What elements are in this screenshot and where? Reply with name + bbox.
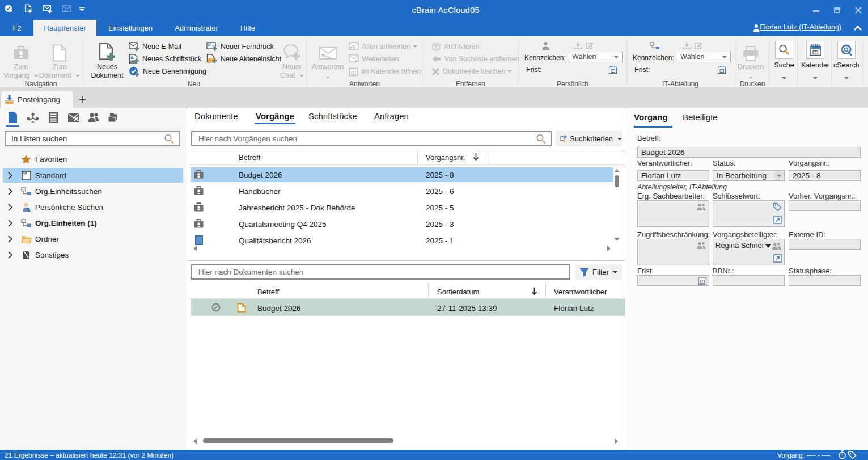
svg-text:7: 7 bbox=[353, 71, 354, 75]
svg-text:7: 7 bbox=[612, 69, 613, 73]
svg-text:7: 7 bbox=[814, 50, 816, 54]
svg-text:7: 7 bbox=[701, 280, 703, 284]
svg-text:7: 7 bbox=[721, 69, 722, 73]
